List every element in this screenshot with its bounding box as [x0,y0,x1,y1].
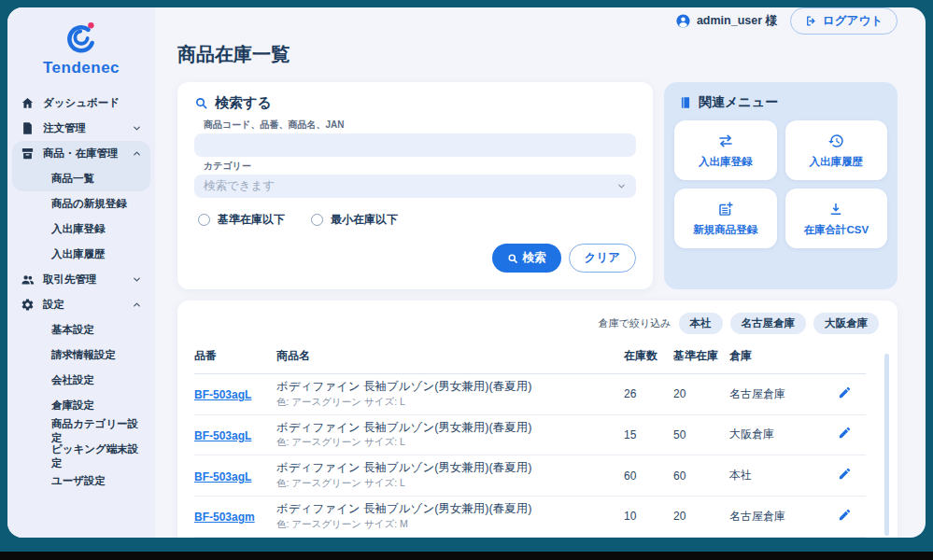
product-code-link[interactable]: BF-503agm [194,511,255,524]
edit-icon[interactable] [838,426,852,440]
warehouse-name: 大阪倉庫 [729,537,838,538]
column-header: 品番 [194,343,276,374]
clear-button[interactable]: クリア [569,244,636,273]
sidebar-item[interactable]: ユーザ設定 [12,469,150,494]
chevron-up-icon [132,148,142,159]
related-menu-header: 関連メニュー [679,94,887,111]
table-scrollbar[interactable] [884,354,889,536]
sidebar-item-label: 商品の新規登録 [51,197,127,211]
warehouse-name: 本社 [729,455,838,497]
sidebar-item-label: ピッキング端末設定 [51,442,142,470]
keyword-input[interactable] [194,133,636,157]
column-header: 在庫数 [624,343,673,374]
stock-qty: 50 [624,537,673,538]
warehouse-filter-label: 倉庫で絞り込み [599,316,671,330]
related-menu-tile[interactable]: 新規商品登録 [674,189,777,248]
sidebar-item[interactable]: 会社設定 [12,368,150,393]
column-header: 商品名 [276,343,624,374]
chevron-up-icon [132,300,142,310]
brand-logo-icon [63,20,100,57]
sidebar-item-label: 会社設定 [51,373,94,387]
sidebar-item[interactable]: 基本設定 [12,317,150,343]
sidebar: Tendenec ダッシュボード注文管理商品・在庫管理商品一覧商品の新規登録入出… [7,7,155,538]
warehouse-chip[interactable]: 名古屋倉庫 [730,313,807,334]
sidebar-item[interactable]: 設定 [12,292,150,317]
sidebar-item[interactable]: 入出庫履歴 [12,242,150,267]
standard-stock: 50 [673,537,729,538]
brand-logo: Tendenec [7,7,155,87]
product-code-link[interactable]: BF-503agL [194,388,251,401]
sidebar-item-label: 設定 [43,298,64,312]
book-icon [679,96,692,109]
inventory-table: 品番商品名在庫数基準在庫倉庫 BF-503agLボディファイン 長袖ブルゾン(男… [194,343,866,538]
edit-icon[interactable] [838,467,852,481]
product-name: ボディファイン 長袖ブルゾン(男女兼用)(春夏用) [276,502,624,517]
sidebar-item[interactable]: 倉庫設定 [12,393,150,418]
sidebar-item[interactable]: 商品・在庫管理 [12,141,150,166]
product-variant: 色: アースグリーン サイズ: M [276,518,624,531]
stock-qty: 15 [624,414,673,455]
stock-filter-radio-group: 基準在庫以下 最小在庫以下 [198,212,636,228]
related-menu-title: 関連メニュー [699,94,778,111]
sidebar-item[interactable]: 商品一覧 [12,166,150,191]
edit-icon[interactable] [838,508,852,522]
sidebar-item[interactable]: 注文管理 [12,116,150,141]
sidebar-item-label: 入出庫登録 [51,222,106,236]
column-header: 倉庫 [729,343,838,374]
radio-minimum-stock-below[interactable]: 最小在庫以下 [311,212,398,228]
search-icon [194,96,208,110]
topbar: admin_user 様 ログアウト [177,7,898,35]
warehouse-chip[interactable]: 大阪倉庫 [813,313,879,334]
product-name: ボディファイン 長袖ブルゾン(男女兼用)(春夏用) [276,461,624,476]
sidebar-item[interactable]: ダッシュボード [12,91,150,116]
edit-icon[interactable] [838,385,852,399]
search-button[interactable]: 検索 [492,244,561,273]
sidebar-item-label: 入出庫履歴 [51,247,106,261]
history-icon [827,133,844,149]
related-menu-tile-label: 新規商品登録 [693,223,757,237]
sidebar-item[interactable]: 商品カテゴリー設定 [12,418,150,443]
related-menu-tile-label: 入出庫履歴 [810,155,864,169]
sidebar-nav: ダッシュボード注文管理商品・在庫管理商品一覧商品の新規登録入出庫登録入出庫履歴取… [7,87,155,538]
product-variant: 色: アースグリーン サイズ: L [276,396,624,409]
chevron-down-icon [132,123,142,133]
related-menu-tile[interactable]: 入出庫登録 [674,120,777,180]
related-menu-tile-label: 在庫合計CSV [803,223,869,237]
column-header-edit [838,343,866,374]
sidebar-item[interactable]: 取引先管理 [12,267,150,292]
sidebar-item-label: 商品一覧 [51,172,94,186]
sidebar-item-label: 倉庫設定 [51,399,94,413]
search-panel-title: 検索する [215,94,272,112]
sidebar-item-label: ダッシュボード [43,96,120,110]
warehouse-chip[interactable]: 本社 [679,313,723,334]
product-code-link[interactable]: BF-503agL [194,429,251,442]
partners-icon [21,273,35,287]
related-menu-tile-label: 入出庫登録 [699,155,753,169]
category-select[interactable]: 検索できます [194,175,636,198]
sidebar-item-label: 取引先管理 [43,273,97,287]
table-row: BF-503agLボディファイン 長袖ブルゾン(男女兼用)(春夏用)色: アース… [194,414,866,455]
column-header: 基準在庫 [673,343,729,374]
sidebar-item-label: 請求情報設定 [51,348,116,362]
user-chip[interactable]: admin_user 様 [675,13,777,29]
product-code-link[interactable]: BF-503agL [194,470,251,483]
sidebar-item[interactable]: ピッキング端末設定 [12,443,150,469]
standard-stock: 50 [673,414,729,455]
sidebar-item[interactable]: 商品の新規登録 [12,191,150,217]
warehouse-name: 大阪倉庫 [729,414,838,455]
product-variant: 色: アースグリーン サイズ: L [276,477,624,490]
keyword-field-label: 商品コード、品番、商品名、JAN [204,119,636,132]
related-menu-tile[interactable]: 入出庫履歴 [785,120,888,180]
radio-standard-stock-below[interactable]: 基準在庫以下 [198,212,285,228]
logout-button[interactable]: ログアウト [790,7,898,35]
product-name: ボディファイン 長袖ブルゾン(男女兼用)(春夏用) [276,380,624,395]
related-menu-tile[interactable]: 在庫合計CSV [785,189,888,248]
search-icon [507,253,518,264]
sidebar-item[interactable]: 請求情報設定 [12,343,150,368]
radio-label: 最小在庫以下 [331,212,398,228]
search-panel-header: 検索する [194,94,636,112]
keyword-field-group: 商品コード、品番、商品名、JAN [194,119,636,157]
table-row: BF-503agmボディファイン 長袖ブルゾン(男女兼用)(春夏用)色: アース… [194,496,866,537]
sidebar-item-label: 基本設定 [51,323,94,337]
sidebar-item[interactable]: 入出庫登録 [12,217,150,242]
